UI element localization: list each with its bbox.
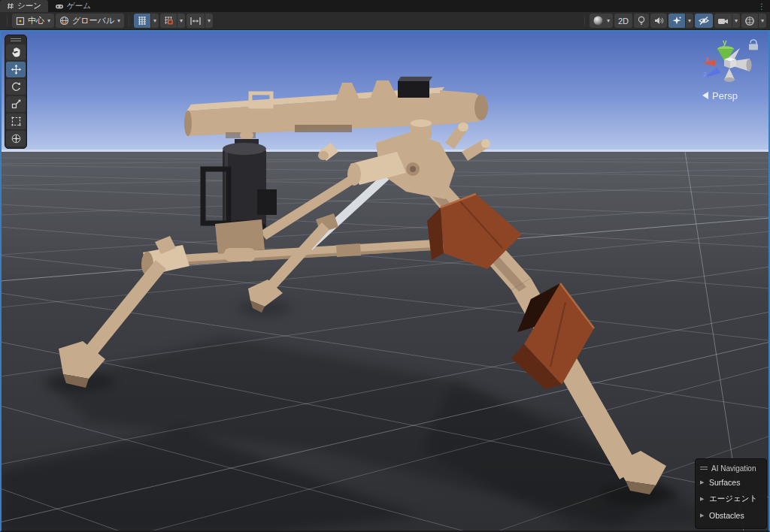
grid-snapping-toggle[interactable] (160, 14, 177, 28)
scene-3d-canvas[interactable]: y x z Persp (0, 30, 770, 532)
snap-increment-button[interactable] (186, 14, 205, 28)
toolbar-separator (584, 16, 585, 26)
ai-navigation-overlay: AI Navigation ▶ Surfaces ▶ エージェント ▶ Obst… (695, 458, 767, 529)
scene-grid-icon (7, 2, 14, 10)
toolbar-right-group: ▾ 2D ▾ ▾ (581, 14, 767, 28)
foldout-arrow-icon: ▶ (700, 479, 705, 485)
tab-scene-label: シーン (17, 1, 41, 11)
eye-slash-icon (698, 16, 710, 26)
camera-settings-dropdown[interactable]: ▾ (732, 14, 740, 28)
rect-tool-button[interactable] (6, 113, 26, 129)
gizmos-dropdown[interactable]: ▾ (758, 14, 766, 28)
pivot-icon (16, 17, 25, 26)
ainav-item-agents[interactable]: ▶ エージェント (700, 491, 762, 507)
tab-scene[interactable]: シーン (0, 0, 48, 12)
draw-mode-dropdown[interactable]: ▾ (590, 14, 613, 28)
gizmo-y-label: y (723, 38, 727, 47)
tools-overlay-handle[interactable] (6, 36, 26, 44)
overlay-drag-handle[interactable] (700, 467, 708, 470)
window-menu-button[interactable]: ⋮ (753, 0, 770, 12)
tab-game-label: ゲーム (67, 1, 91, 11)
scene-visibility-toggle[interactable] (695, 14, 713, 28)
grid-visibility-toggle[interactable] (134, 14, 150, 28)
dropdown-arrow-icon: ▾ (117, 18, 120, 24)
toolbar-separator (129, 16, 129, 26)
scene-lighting-toggle[interactable] (634, 14, 649, 28)
shaded-sphere-icon (593, 15, 604, 26)
gamepad-icon (55, 3, 64, 10)
gizmos-sphere-icon (744, 16, 755, 26)
move-icon (11, 64, 22, 75)
snap-increment-dropdown[interactable]: ▾ (205, 14, 213, 28)
transform-tool-button[interactable] (6, 131, 26, 147)
scene-effects-dropdown[interactable]: ▾ (685, 14, 693, 28)
camera-icon (717, 17, 729, 26)
toolbar-separator (7, 16, 8, 26)
ainav-item-obstacles[interactable]: ▶ Obstacles (700, 507, 762, 524)
unity-editor-window: シーン ゲーム ⋮ 中心 ▾ グローバル ▾ ▾ (0, 0, 770, 532)
rotate-tool-button[interactable] (6, 79, 26, 95)
ai-navigation-title: AI Navigation (711, 464, 756, 473)
scene-viewport[interactable]: y x z Persp (0, 30, 770, 532)
scene-camera-settings-button[interactable] (714, 14, 732, 28)
lightbulb-icon (637, 16, 646, 26)
grid-visibility-dropdown[interactable]: ▾ (150, 14, 159, 28)
dropdown-arrow-icon: ▾ (47, 18, 50, 24)
gizmo-x-label: x (705, 55, 710, 63)
move-tool-button[interactable] (6, 62, 26, 77)
grid-snapping-dropdown[interactable]: ▾ (177, 14, 185, 28)
snap-increment-icon (189, 17, 202, 26)
globe-icon (59, 16, 69, 26)
scene-toolbar: 中心 ▾ グローバル ▾ ▾ ▾ ▾ (0, 12, 770, 30)
rotate-icon (11, 81, 22, 92)
2d-mode-toggle[interactable]: 2D (614, 14, 632, 28)
ainav-item-surfaces[interactable]: ▶ Surfaces (700, 474, 762, 491)
orientation-dropdown[interactable]: グローバル ▾ (56, 14, 124, 28)
gizmos-toggle[interactable] (741, 14, 758, 28)
rect-icon (11, 116, 22, 127)
scale-icon (11, 98, 22, 110)
view-tabbar: シーン ゲーム ⋮ (0, 0, 770, 12)
ai-navigation-header[interactable]: AI Navigation (700, 462, 762, 474)
tab-game[interactable]: ゲーム (48, 0, 98, 12)
transform-icon (11, 133, 22, 144)
speaker-icon (653, 16, 664, 26)
gizmo-z-label: z (703, 70, 707, 78)
pivot-mode-dropdown[interactable]: 中心 ▾ (12, 14, 54, 28)
grid-icon (137, 16, 147, 26)
hand-icon (11, 47, 22, 58)
foldout-arrow-icon: ▶ (700, 496, 705, 502)
tools-overlay (5, 35, 27, 149)
effects-sparkle-icon (671, 16, 682, 26)
scene-effects-toggle[interactable] (668, 14, 685, 28)
scale-tool-button[interactable] (6, 96, 26, 112)
foldout-arrow-icon: ▶ (700, 512, 705, 518)
grid-snap-icon (163, 16, 174, 26)
projection-label: Persp (712, 90, 738, 101)
hand-tool-button[interactable] (6, 44, 26, 60)
scene-audio-toggle[interactable] (650, 14, 667, 28)
